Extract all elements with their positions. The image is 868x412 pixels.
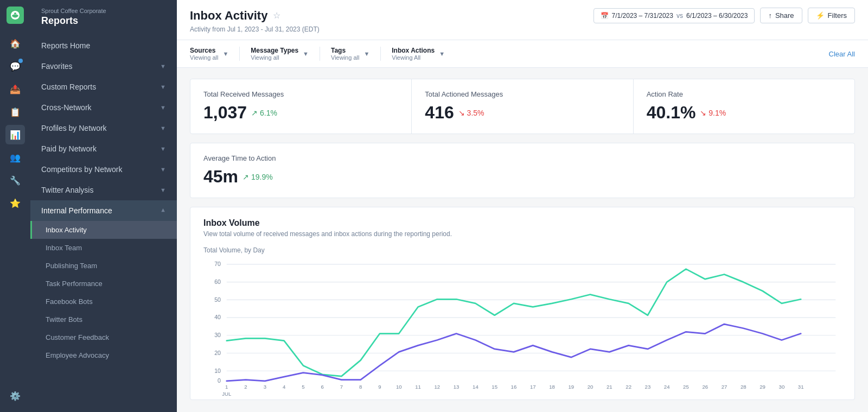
- calendar-icon: 📅: [601, 12, 609, 20]
- tags-filter-value: Viewing all: [331, 54, 359, 61]
- action-rate-value: 40.1% ↘ 9.1%: [647, 103, 841, 123]
- svg-text:12: 12: [434, 384, 440, 390]
- section-title: Reports: [30, 15, 177, 35]
- favorite-star-icon[interactable]: ☆: [273, 10, 280, 21]
- svg-text:21: 21: [607, 384, 612, 390]
- inbox-actions-filter[interactable]: Inbox Actions Viewing All ▼: [392, 47, 456, 61]
- sidebar-subitem-publishing-team[interactable]: Publishing Team: [30, 257, 177, 275]
- clear-all-button[interactable]: Clear All: [829, 50, 855, 58]
- svg-text:60: 60: [214, 278, 221, 285]
- total-actioned-change: ↘ 3.5%: [458, 109, 484, 117]
- sidebar-item-profiles-by-network[interactable]: Profiles by Network ▼: [30, 118, 177, 138]
- sources-filter-value: Viewing all: [190, 54, 218, 61]
- svg-text:0: 0: [218, 377, 221, 384]
- sources-filter[interactable]: Sources Viewing all ▼: [190, 47, 240, 61]
- stats-area: Total Received Messages 1,037 ↗ 6.1% Tot…: [177, 68, 868, 198]
- sidebar-subitem-inbox-activity[interactable]: Inbox Activity: [30, 221, 177, 239]
- sidebar-item-internal-performance[interactable]: Internal Performance ▼: [30, 200, 177, 221]
- sidebar-subitem-employee-advocacy[interactable]: Employee Advocacy: [30, 346, 177, 364]
- settings-nav-icon[interactable]: ⚙️: [5, 386, 25, 405]
- action-rate-label: Action Rate: [647, 90, 841, 98]
- chevron-icon: ▼: [160, 104, 166, 111]
- total-actioned-card: Total Actioned Messages 416 ↘ 3.5%: [412, 79, 633, 134]
- tasks-nav-icon[interactable]: 📋: [5, 102, 25, 122]
- page-header: Inbox Activity ☆ 📅 7/1/2023 – 7/31/2023 …: [177, 0, 868, 40]
- svg-text:25: 25: [683, 384, 689, 390]
- total-actioned-label: Total Actioned Messages: [425, 90, 620, 98]
- sidebar-item-competitors-by-network[interactable]: Competitors by Network ▼: [30, 159, 177, 180]
- messages-nav-icon[interactable]: 💬: [5, 56, 25, 76]
- svg-text:10: 10: [214, 367, 221, 373]
- tags-filter-label: Tags: [331, 47, 359, 54]
- filters-button[interactable]: ⚡ Filters: [808, 8, 855, 23]
- sidebar-item-twitter-analysis[interactable]: Twitter Analysis ▼: [30, 180, 177, 200]
- main-content: Inbox Activity ☆ 📅 7/1/2023 – 7/31/2023 …: [177, 0, 868, 412]
- sidebar-item-reports-home[interactable]: Reports Home: [30, 35, 177, 56]
- sidebar-item-favorites[interactable]: Favorites ▼: [30, 56, 177, 77]
- sidebar-item-paid-by-network[interactable]: Paid by Network ▼: [30, 138, 177, 159]
- stats-row-main: Total Received Messages 1,037 ↗ 6.1% Tot…: [190, 79, 855, 134]
- svg-text:1: 1: [225, 384, 228, 390]
- svg-text:27: 27: [722, 384, 727, 390]
- svg-text:28: 28: [741, 384, 746, 390]
- nav-sidebar: Sprout Coffee Corporate Reports Reports …: [30, 0, 177, 412]
- svg-text:30: 30: [779, 384, 785, 390]
- svg-text:8: 8: [359, 384, 362, 390]
- svg-text:7: 7: [340, 384, 343, 390]
- chevron-icon: ▼: [160, 145, 166, 152]
- svg-text:16: 16: [511, 384, 517, 390]
- share-button[interactable]: ↑ Share: [760, 8, 802, 23]
- sidebar-item-custom-reports[interactable]: Custom Reports ▼: [30, 77, 177, 97]
- chevron-icon: ▼: [160, 187, 166, 193]
- logo-icon[interactable]: [7, 7, 24, 24]
- date-range-button[interactable]: 📅 7/1/2023 – 7/31/2023 vs 6/1/2023 – 6/3…: [593, 8, 755, 23]
- page-subtitle: Activity from Jul 1, 2023 - Jul 31, 2023…: [190, 26, 855, 40]
- tags-filter[interactable]: Tags Viewing all ▼: [331, 47, 381, 61]
- svg-text:5: 5: [302, 384, 304, 390]
- sidebar-subitem-task-performance[interactable]: Task Performance: [30, 275, 177, 293]
- inbox-volume-chart-section: Inbox Volume View total volume of receiv…: [190, 207, 855, 400]
- received-line: [227, 269, 801, 376]
- svg-text:15: 15: [492, 384, 497, 390]
- total-received-label: Total Received Messages: [203, 90, 398, 98]
- sidebar-subitem-inbox-team[interactable]: Inbox Team: [30, 239, 177, 257]
- chart-subtitle: View total volume of received messages a…: [203, 230, 841, 238]
- analytics-nav-icon[interactable]: 📊: [5, 125, 25, 144]
- sources-filter-label: Sources: [190, 47, 218, 54]
- sidebar-subitem-facebook-bots[interactable]: Facebook Bots: [30, 293, 177, 310]
- svg-text:22: 22: [626, 384, 631, 390]
- tools-nav-icon[interactable]: 🔧: [5, 170, 25, 190]
- people-nav-icon[interactable]: 👥: [5, 148, 25, 167]
- message-types-chevron-icon: ▼: [303, 50, 309, 57]
- svg-text:70: 70: [214, 261, 221, 267]
- sidebar-subitem-customer-feedback[interactable]: Customer Feedback: [30, 328, 177, 346]
- tags-chevron-icon: ▼: [363, 50, 369, 57]
- svg-text:11: 11: [415, 384, 421, 390]
- publish-nav-icon[interactable]: 📤: [5, 79, 25, 99]
- inbox-volume-svg: 70 60 50 40 30 20 10 0 1 2 3 4 5 6: [203, 258, 841, 389]
- svg-text:40: 40: [214, 314, 221, 320]
- sources-chevron-icon: ▼: [222, 50, 228, 57]
- avg-time-change: ↗ 19.9%: [242, 173, 273, 181]
- star-nav-icon[interactable]: ⭐: [5, 193, 25, 213]
- svg-text:29: 29: [760, 384, 765, 390]
- svg-text:23: 23: [645, 384, 651, 390]
- message-types-filter[interactable]: Message Types Viewing all ▼: [251, 47, 320, 61]
- action-rate-card: Action Rate 40.1% ↘ 9.1%: [634, 79, 854, 134]
- sidebar-subitem-twitter-bots[interactable]: Twitter Bots: [30, 310, 177, 328]
- action-rate-change: ↘ 9.1%: [700, 109, 726, 117]
- svg-text:2: 2: [244, 384, 247, 390]
- home-nav-icon[interactable]: 🏠: [5, 34, 25, 53]
- org-name: Sprout Coffee Corporate: [30, 0, 177, 15]
- chart-title: Inbox Volume: [203, 218, 841, 228]
- svg-text:30: 30: [214, 332, 221, 338]
- inbox-actions-value: Viewing All: [392, 54, 435, 61]
- compare-range-text: 6/1/2023 – 6/30/2023: [686, 12, 748, 20]
- inbox-actions-chevron-icon: ▼: [439, 50, 445, 57]
- svg-text:JUL: JUL: [222, 391, 232, 397]
- total-received-value: 1,037 ↗ 6.1%: [203, 103, 398, 123]
- svg-text:13: 13: [454, 384, 459, 390]
- share-icon: ↑: [768, 11, 772, 20]
- sidebar-item-cross-network[interactable]: Cross-Network ▼: [30, 97, 177, 118]
- message-types-value: Viewing all: [251, 54, 298, 61]
